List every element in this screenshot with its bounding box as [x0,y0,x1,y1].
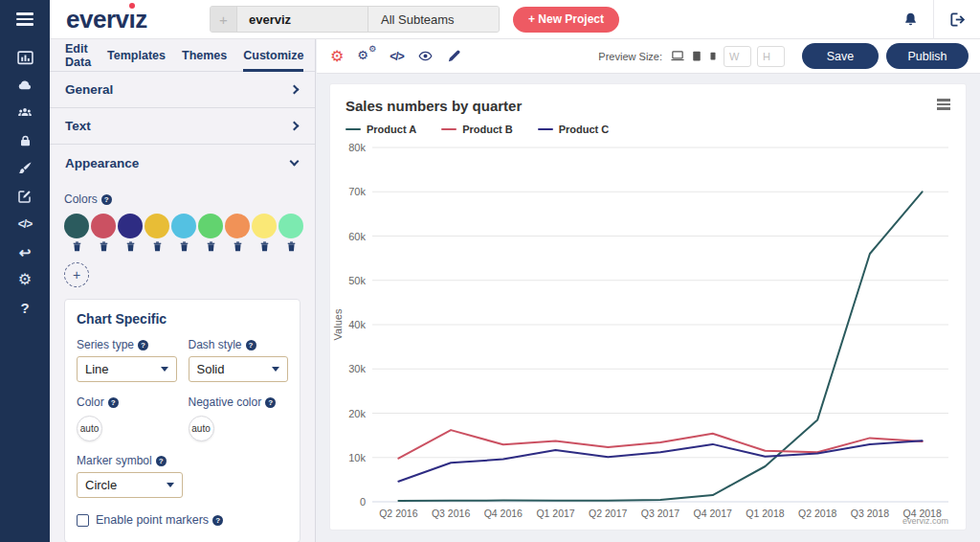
svg-text:Q3 2016: Q3 2016 [432,508,470,519]
tab-templates[interactable]: Templates [107,39,166,72]
legend-item[interactable]: Product C [538,124,610,135]
color-auto-button[interactable]: auto [77,416,102,441]
editor-toolbar: ⚙ ⚙⚙ </> Preview Size: [317,39,980,74]
svg-text:80k: 80k [348,142,366,153]
annotate-pen-icon[interactable] [447,49,461,63]
caret-down-icon [167,483,174,487]
swatch-dot[interactable] [91,214,116,238]
tab-themes[interactable]: Themes [182,39,227,72]
swatch-dot[interactable] [64,214,89,238]
help-icon[interactable]: ? [101,194,112,205]
charts-icon[interactable] [11,49,38,66]
help-icon[interactable]: ? [156,456,167,466]
lock-icon[interactable] [11,132,38,149]
chevron-right-icon [290,122,300,131]
legend-item[interactable]: Product B [441,124,513,135]
trash-icon[interactable] [153,241,162,252]
notifications-bell-icon[interactable] [887,0,933,39]
marker-symbol-select[interactable]: Circle [77,472,183,498]
trash-icon[interactable] [234,241,242,252]
color-swatch[interactable] [198,214,223,252]
color-label: Color ? [77,395,177,409]
logout-icon[interactable] [934,0,980,39]
dash-style-select[interactable]: Solid [189,356,289,382]
swatch-dot[interactable] [118,214,143,238]
color-swatch[interactable] [145,214,169,252]
undo-icon[interactable]: ↩ [11,243,38,260]
section-text[interactable]: Text [50,108,315,145]
section-general[interactable]: General [50,72,315,108]
trash-icon[interactable] [287,241,296,252]
swatch-dot[interactable] [198,214,223,238]
legend-line-marker [538,128,553,131]
color-swatch[interactable] [252,214,277,252]
search-input[interactable]: everviz [237,7,368,32]
publish-button[interactable]: Publish [886,43,969,69]
svg-text:70k: 70k [348,186,366,197]
trash-icon[interactable] [100,241,108,252]
svg-text:Q2 2016: Q2 2016 [379,508,417,519]
add-color-button[interactable]: + [64,262,89,287]
team-icon[interactable] [11,104,38,122]
colors-label: Colors ? [64,192,301,206]
swatch-dot[interactable] [252,214,277,238]
color-swatch[interactable] [91,214,116,252]
swatch-dot[interactable] [145,214,169,238]
help-icon[interactable]: ? [246,340,256,350]
help-icon[interactable]: ? [138,340,148,350]
trash-icon[interactable] [260,241,269,252]
color-swatch[interactable] [64,214,89,252]
tab-edit-data[interactable]: Edit Data [65,39,91,72]
chart-context-menu-icon[interactable] [935,97,952,112]
svg-text:Q1 2018: Q1 2018 [746,508,784,519]
menu-hamburger-icon[interactable] [0,0,50,39]
help-icon[interactable]: ? [108,397,119,408]
desktop-preview-icon[interactable] [670,49,685,63]
svg-text:Values: Values [332,308,344,340]
subteam-filter-select[interactable]: All Subteams [368,7,499,32]
series-type-select[interactable]: Line [77,356,177,382]
preview-eye-icon[interactable] [417,49,434,63]
trash-icon[interactable] [207,241,215,252]
new-project-button[interactable]: + New Project [513,7,619,33]
gear-icon[interactable]: ⚙ [11,271,38,288]
color-swatch[interactable] [118,214,143,252]
swatch-dot[interactable] [278,214,303,238]
code-icon[interactable]: </> [11,215,38,233]
help-icon[interactable]: ? [265,397,276,408]
preview-height-input[interactable] [757,46,785,67]
chart-specific-title: Chart Specific [77,311,288,327]
help-icon[interactable]: ? [212,515,223,526]
cloud-icon[interactable] [11,77,38,94]
color-swatch[interactable] [225,214,250,252]
search-add-button[interactable]: + [211,7,237,32]
enable-point-markers-checkbox[interactable] [77,514,89,527]
trash-icon[interactable] [180,241,189,252]
section-appearance[interactable]: Appearance [50,145,315,181]
help-icon[interactable]: ? [11,299,38,316]
edit-icon[interactable] [11,188,38,205]
project-search-group: + everviz All Subteams [210,6,500,33]
panel-tabs: Edit Data Templates Themes Customize [50,39,315,72]
legend-label: Product A [367,124,416,135]
brush-icon[interactable] [11,160,38,177]
trash-icon[interactable] [126,241,135,252]
color-swatch[interactable] [171,214,196,252]
trash-icon[interactable] [73,241,81,252]
color-swatch[interactable] [278,214,303,252]
advanced-gears-icon[interactable]: ⚙⚙ [357,48,376,65]
save-button[interactable]: Save [802,43,879,69]
tab-customize[interactable]: Customize [243,39,303,72]
tablet-preview-icon[interactable] [691,49,702,63]
preview-width-input[interactable] [724,46,751,67]
negative-color-auto-button[interactable]: auto [189,416,214,441]
code-icon[interactable]: </> [390,50,403,63]
swatch-dot[interactable] [171,214,196,238]
settings-gear-icon[interactable]: ⚙ [330,49,344,64]
negative-color-label: Negative color ? [189,395,289,409]
phone-preview-icon[interactable] [708,49,718,63]
legend-item[interactable]: Product A [345,124,416,135]
swatch-dot[interactable] [225,214,250,238]
everviz-logo[interactable]: evervız [66,5,162,34]
svg-text:10k: 10k [348,452,366,463]
